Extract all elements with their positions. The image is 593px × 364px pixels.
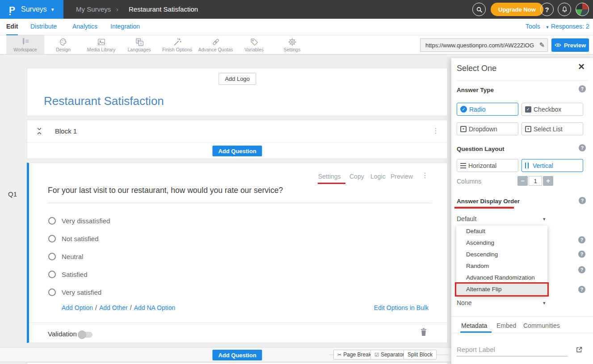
tools-menu[interactable]: Tools ▼ (526, 19, 550, 34)
page-break-button[interactable]: ✂Page Break (333, 350, 375, 360)
none-select[interactable]: None (457, 299, 471, 306)
block-card: Block 1 ⋮ Add Question (27, 120, 448, 159)
split-block-button[interactable]: Split Block (404, 350, 437, 360)
survey-title[interactable]: Restaurant Satisfaction (44, 94, 164, 108)
columns-label: Columns (457, 178, 481, 185)
menu-item-advanced-randomization[interactable]: Advanced Randomization (456, 272, 547, 284)
survey-url-field: ✎ (420, 38, 548, 52)
toolbar-item-settings[interactable]: Settings (273, 35, 311, 54)
columns-decrease-button[interactable]: − (517, 176, 528, 186)
layout-vertical[interactable]: Vertical (522, 159, 583, 172)
radio-button-icon[interactable] (48, 253, 56, 260)
question-tab-copy[interactable]: Copy (349, 173, 364, 180)
tab-edit[interactable]: Edit (6, 19, 18, 35)
question-menu-kebab-icon[interactable]: ⋮ (421, 171, 429, 180)
add-na-option-link[interactable]: Add NA Option (134, 304, 176, 311)
menu-item-ascending[interactable]: Ascending (456, 237, 547, 249)
toolbar-item-advance-quotas[interactable]: Advance Quotas (197, 35, 235, 54)
help-icon[interactable]: ? (578, 266, 585, 273)
option-label[interactable]: Very dissatisfied (62, 217, 110, 225)
close-icon[interactable]: × (578, 60, 585, 73)
menu-item-alternate-flip[interactable]: Alternate Flip (456, 284, 547, 295)
columns-value[interactable]: 1 (529, 176, 542, 186)
option-label[interactable]: Not satisfied (62, 235, 99, 243)
add-question-button-top[interactable]: Add Question (212, 146, 262, 156)
validation-toggle[interactable] (79, 332, 93, 338)
menu-item-random[interactable]: Random (456, 260, 547, 272)
option-label[interactable]: Neutral (62, 253, 83, 260)
columns-increase-button[interactable]: + (543, 176, 553, 186)
edit-url-pencil-icon[interactable]: ✎ (539, 41, 545, 49)
upgrade-now-button[interactable]: Upgrade Now (491, 3, 543, 16)
option-label[interactable]: Satisfied (62, 271, 88, 278)
help-icon[interactable]: ? (579, 144, 586, 151)
display-order-select[interactable]: Default (457, 215, 476, 222)
tab-distribute[interactable]: Distribute (30, 19, 57, 34)
svg-text:A: A (139, 42, 142, 46)
responses-count[interactable]: Responses: 2 (551, 19, 589, 34)
help-icon[interactable]: ? (578, 251, 585, 258)
add-option-link[interactable]: Add Option (62, 304, 93, 311)
radio-button-icon[interactable] (48, 217, 56, 225)
question-text[interactable]: For your last visit to our restaurant, h… (48, 186, 441, 195)
tab-analytics[interactable]: Analytics (72, 19, 97, 34)
radio-button-icon[interactable] (48, 235, 56, 243)
chevron-down-icon[interactable]: ▾ (543, 300, 546, 306)
help-icon[interactable]: ? (579, 197, 586, 204)
radio-selected-icon: ✓ (460, 106, 467, 113)
add-logo-button[interactable]: Add Logo (219, 73, 256, 85)
answer-type-checkbox[interactable]: ✓ Checkbox (522, 103, 583, 116)
question-tab-preview[interactable]: Preview (391, 173, 413, 180)
toolbar-item-languages[interactable]: A Languages (120, 35, 158, 54)
menu-item-descending[interactable]: Descending (456, 249, 547, 260)
product-switcher[interactable]: P Surveys ▼ (0, 0, 63, 19)
toolbar-item-workspace[interactable]: Workspace (6, 35, 44, 54)
option-label[interactable]: Very satisfied (62, 289, 101, 296)
delete-question-trash-icon[interactable] (420, 328, 427, 338)
answer-type-dropdown[interactable]: ▼ Dropdown (457, 122, 518, 135)
external-link-icon[interactable] (576, 346, 583, 355)
help-icon[interactable]: ? (578, 236, 585, 243)
answer-type-select-list[interactable]: ▼ Select List (522, 122, 583, 135)
toolbar-item-finish-options[interactable]: Finish Options (158, 35, 196, 54)
separator-button[interactable]: ☑Separator (370, 350, 408, 360)
answer-option-row: Satisfied (48, 270, 88, 279)
scissors-icon: ✂ (337, 352, 341, 358)
toolbar-item-design[interactable]: Design (44, 35, 82, 54)
menu-item-default[interactable]: Default (456, 226, 547, 237)
block-name[interactable]: Block 1 (55, 127, 77, 135)
breadcrumb-parent[interactable]: My Surveys (76, 0, 111, 19)
panel-tab-communities[interactable]: Communities (523, 322, 560, 329)
question-layout-label: Question Layout (457, 146, 505, 152)
block-menu-kebab-icon[interactable]: ⋮ (432, 126, 439, 135)
gear-icon (287, 37, 297, 47)
tab-integration[interactable]: Integration (110, 19, 140, 34)
help-icon[interactable]: ? (578, 286, 585, 293)
panel-tab-metadata[interactable]: Metadata (461, 322, 487, 329)
user-avatar[interactable] (576, 3, 589, 16)
question-tab-settings[interactable]: Settings (318, 173, 341, 180)
help-button[interactable]: ? (540, 3, 554, 16)
notifications-button[interactable] (558, 3, 571, 16)
radio-button-icon[interactable] (48, 271, 56, 278)
chevron-down-icon[interactable]: ▾ (543, 216, 546, 222)
help-icon[interactable]: ? (579, 85, 586, 92)
edit-options-in-bulk-link[interactable]: Edit Options in Bulk (374, 304, 429, 311)
survey-url-input[interactable] (425, 42, 539, 49)
radio-button-icon[interactable] (48, 289, 56, 296)
collapse-block-icon[interactable] (37, 127, 42, 137)
annotation-display-order-underline (454, 207, 514, 209)
survey-nav: Edit Distribute Analytics Integration To… (0, 19, 593, 35)
add-other-link[interactable]: Add Other (99, 304, 128, 311)
toolbar-item-media-library[interactable]: Media Library (82, 35, 120, 54)
question-tab-logic[interactable]: Logic (370, 173, 385, 180)
breadcrumb-separator-icon: › (116, 0, 118, 19)
report-label-input[interactable] (457, 344, 568, 356)
add-question-button-bottom[interactable]: Add Question (212, 350, 262, 360)
answer-type-radio[interactable]: ✓ Radio (457, 103, 518, 116)
layout-horizontal[interactable]: Horizontal (457, 159, 518, 172)
preview-button[interactable]: Preview (551, 38, 589, 52)
toolbar-item-variables[interactable]: Variables (235, 35, 273, 54)
search-button[interactable] (472, 3, 486, 16)
panel-tab-embed[interactable]: Embed (496, 322, 516, 329)
